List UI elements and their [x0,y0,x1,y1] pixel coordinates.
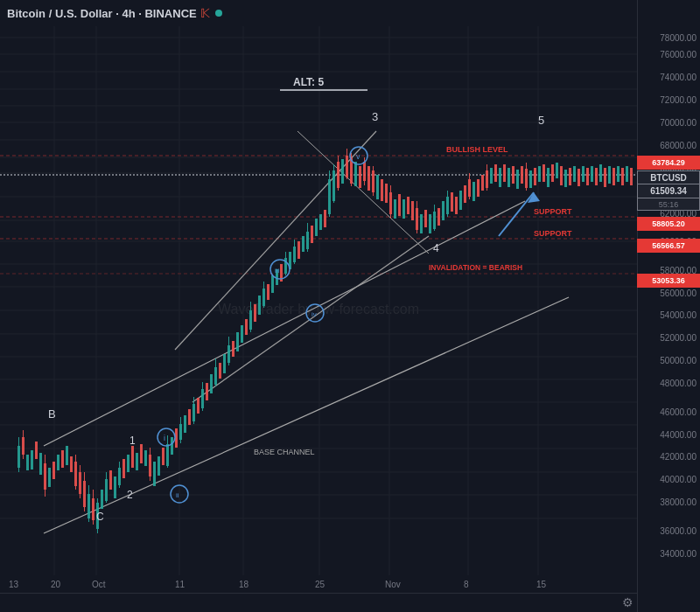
svg-rect-75 [109,470,112,490]
price-68000: 68000.00 [660,141,696,150]
current-price: 61509.34 [650,186,687,196]
svg-rect-88 [158,456,160,476]
svg-rect-97 [188,409,191,425]
svg-rect-107 [219,363,221,379]
support1-box: 58805.20 [637,217,700,231]
current-time-box: 55:16 [637,198,700,211]
broker-icon: 𝕂 [200,6,210,20]
svg-rect-201 [542,164,545,182]
price-50000: 50000.00 [660,356,696,365]
svg-text:3: 3 [372,110,378,123]
svg-rect-134 [311,226,313,243]
svg-rect-179 [459,191,462,210]
price-38000: 38000.00 [660,497,696,507]
symbol-label: Bitcoin / U.S. Dollar · 4h · BINANCE [7,7,197,20]
svg-rect-161 [394,199,396,219]
svg-rect-213 [595,168,598,185]
svg-rect-169 [424,210,427,227]
svg-rect-202 [547,168,550,187]
svg-rect-207 [569,168,571,185]
svg-text:13: 13 [9,580,19,589]
svg-rect-131 [302,236,304,252]
svg-rect-173 [438,208,440,226]
svg-text:SUPPORT: SUPPORT [534,229,572,238]
svg-rect-183 [472,182,475,201]
price-70000: 70000.00 [660,118,696,128]
svg-rect-212 [591,166,593,182]
svg-rect-190 [499,168,501,187]
svg-rect-162 [398,194,401,216]
svg-rect-144 [341,159,344,184]
svg-text:20: 20 [51,580,61,589]
svg-rect-164 [407,197,410,214]
svg-text:ALT: 5: ALT: 5 [293,76,324,88]
svg-text:ii: ii [176,491,179,499]
svg-rect-194 [516,170,519,189]
svg-rect-82 [136,453,138,470]
svg-rect-180 [464,185,466,203]
svg-line-42 [499,192,534,236]
svg-rect-92 [171,437,173,455]
svg-text:15: 15 [536,580,547,589]
svg-rect-100 [197,398,200,414]
svg-rect-130 [298,241,300,259]
svg-text:2: 2 [127,489,133,501]
svg-rect-117 [254,304,256,322]
svg-rect-136 [319,214,322,230]
svg-text:8: 8 [464,580,469,589]
svg-text:4: 4 [433,242,439,254]
svg-rect-204 [556,163,558,178]
svg-text:Oct: Oct [92,580,106,589]
bullish-level-box: 63784.29 [637,156,700,170]
chart-container: Bitcoin / U.S. Dollar · 4h · BINANCE 𝕂 W… [0,0,700,612]
svg-rect-122 [271,275,274,293]
chart-svg: ALT: 5 3 5 B 1 2 C 4 i ii [0,26,637,593]
svg-rect-49 [31,450,33,469]
svg-rect-208 [573,166,576,182]
svg-rect-199 [534,168,536,185]
svg-rect-137 [324,210,326,227]
svg-rect-170 [429,214,431,233]
svg-text:SUPPORT: SUPPORT [534,207,572,216]
price-36000: 36000.00 [660,525,696,535]
svg-rect-112 [236,332,239,351]
svg-rect-185 [481,175,484,191]
svg-rect-76 [114,476,116,498]
svg-text:5: 5 [538,114,544,127]
svg-text:11: 11 [175,580,186,589]
svg-rect-209 [578,169,580,186]
svg-rect-165 [411,201,414,220]
current-time: 55:16 [659,200,679,209]
svg-rect-157 [381,179,383,201]
price-42000: 42000.00 [660,452,696,462]
bottom-bar [0,593,637,612]
price-72000: 72000.00 [660,95,696,105]
svg-rect-135 [315,219,318,236]
svg-text:BASE CHANNEL: BASE CHANNEL [254,448,315,456]
current-price-box: 61509.34 [637,184,700,198]
svg-rect-103 [206,383,208,400]
svg-rect-206 [564,170,567,187]
svg-rect-121 [267,284,270,300]
svg-text:v: v [356,152,360,161]
svg-text:18: 18 [239,580,249,589]
svg-rect-56 [57,455,60,470]
top-bar: Bitcoin / U.S. Dollar · 4h · BINANCE 𝕂 [0,0,700,26]
price-78000: 78000.00 [660,32,696,42]
svg-rect-210 [582,166,584,182]
svg-rect-198 [529,170,532,188]
price-46000: 46000.00 [660,407,696,416]
svg-rect-220 [626,166,628,182]
svg-rect-114 [245,319,248,335]
svg-rect-80 [127,455,130,472]
price-40000: 40000.00 [660,475,696,484]
svg-text:1: 1 [130,435,136,447]
svg-line-38 [44,201,525,446]
invalidation-box: 53053.36 [637,274,700,288]
svg-rect-50 [35,442,38,459]
svg-rect-81 [131,446,134,468]
support1-price: 58805.20 [652,219,685,228]
support2-price: 56566.57 [652,241,685,250]
price-axis: 78000.00 76000.00 74000.00 72000.00 7000… [637,26,700,593]
svg-rect-193 [512,166,514,184]
